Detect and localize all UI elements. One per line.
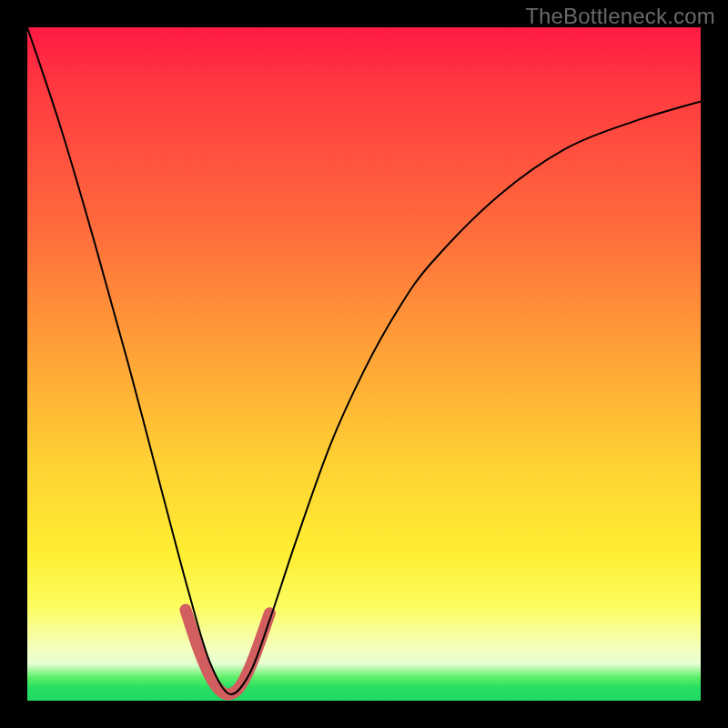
optimal-band-marker (186, 610, 270, 694)
watermark-text: TheBottleneck.com (525, 4, 715, 29)
plot-area (27, 27, 701, 701)
curve-layer (27, 27, 701, 701)
chart-frame: TheBottleneck.com (0, 0, 728, 728)
bottleneck-curve (27, 27, 701, 694)
